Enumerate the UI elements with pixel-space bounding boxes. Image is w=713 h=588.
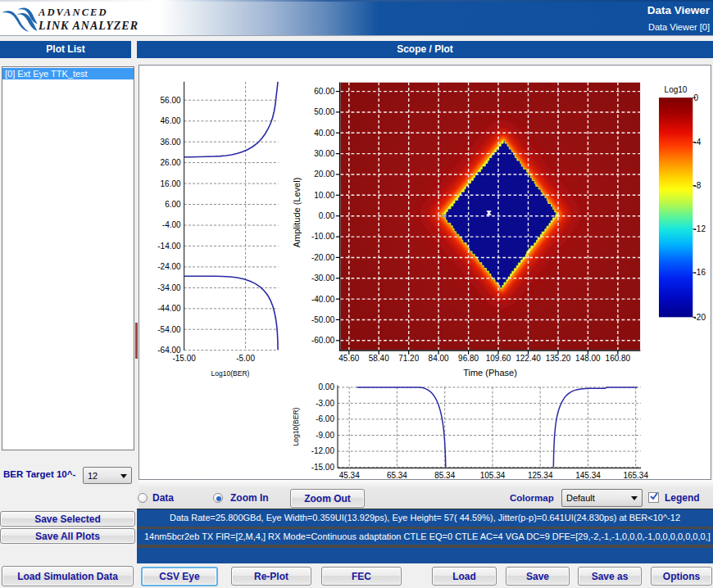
svg-text:46.00: 46.00 xyxy=(161,116,181,125)
svg-text:Log10: Log10 xyxy=(665,85,688,94)
svg-text:36.00: 36.00 xyxy=(161,138,181,147)
svg-text:-4.00: -4.00 xyxy=(162,220,181,229)
svg-text:50.00: 50.00 xyxy=(314,107,334,116)
svg-text:-24.00: -24.00 xyxy=(157,262,181,271)
svg-text:105.34: 105.34 xyxy=(480,471,506,479)
svg-text:-8: -8 xyxy=(694,181,702,190)
svg-text:-5.00: -5.00 xyxy=(236,354,255,363)
svg-text:Amplitude (Level): Amplitude (Level) xyxy=(292,178,302,248)
svg-text:-14.00: -14.00 xyxy=(157,242,181,251)
svg-text:45.34: 45.34 xyxy=(339,471,360,479)
svg-text:0.00: 0.00 xyxy=(319,382,335,391)
svg-text:71.20: 71.20 xyxy=(398,354,419,363)
svg-text:-4: -4 xyxy=(694,138,702,147)
svg-text:122.40: 122.40 xyxy=(515,354,541,363)
svg-text:-15.00: -15.00 xyxy=(311,463,335,472)
svg-text:84.00: 84.00 xyxy=(429,354,449,363)
svg-text:6.00: 6.00 xyxy=(165,200,181,209)
svg-text:148.00: 148.00 xyxy=(575,354,601,363)
svg-text:-60.00: -60.00 xyxy=(311,336,335,345)
svg-text:-44.00: -44.00 xyxy=(157,304,181,313)
svg-text:0: 0 xyxy=(694,93,699,102)
svg-text:-40.00: -40.00 xyxy=(311,295,335,304)
svg-text:60.00: 60.00 xyxy=(314,87,334,96)
svg-text:16.00: 16.00 xyxy=(161,179,181,188)
svg-text:65.34: 65.34 xyxy=(387,471,407,479)
svg-text:-10.00: -10.00 xyxy=(311,232,335,241)
svg-text:-6.00: -6.00 xyxy=(316,414,334,423)
svg-text:30.00: 30.00 xyxy=(314,149,334,158)
svg-text:-9.00: -9.00 xyxy=(316,431,334,440)
svg-text:Log10(BER): Log10(BER) xyxy=(211,369,250,378)
svg-text:0.00: 0.00 xyxy=(319,211,335,220)
svg-text:-16: -16 xyxy=(694,268,706,277)
svg-text:-12.00: -12.00 xyxy=(311,446,335,455)
svg-text:160.80: 160.80 xyxy=(606,354,631,363)
svg-text:145.34: 145.34 xyxy=(575,471,601,479)
svg-text:40.00: 40.00 xyxy=(314,129,334,138)
svg-text:45.60: 45.60 xyxy=(338,354,359,363)
svg-text:-15.00: -15.00 xyxy=(172,354,196,363)
svg-text:-34.00: -34.00 xyxy=(157,283,181,292)
svg-text:135.20: 135.20 xyxy=(546,354,571,363)
svg-text:96.80: 96.80 xyxy=(458,354,479,363)
svg-text:-20: -20 xyxy=(694,313,706,322)
svg-text:-50.00: -50.00 xyxy=(311,315,335,324)
svg-text:125.34: 125.34 xyxy=(528,471,553,479)
svg-text:85.34: 85.34 xyxy=(434,471,455,479)
svg-text:109.60: 109.60 xyxy=(486,354,511,363)
svg-text:-3.00: -3.00 xyxy=(316,399,334,408)
svg-text:-20.00: -20.00 xyxy=(311,253,335,262)
svg-text:165.34: 165.34 xyxy=(623,471,648,479)
svg-text:Log10(BER): Log10(BER) xyxy=(292,407,300,446)
svg-text:-54.00: -54.00 xyxy=(157,325,181,334)
svg-text:20.00: 20.00 xyxy=(314,170,334,179)
svg-text:56.00: 56.00 xyxy=(161,96,181,105)
svg-text:26.00: 26.00 xyxy=(161,158,181,167)
svg-text:-12: -12 xyxy=(694,224,706,233)
svg-text:-30.00: -30.00 xyxy=(311,274,335,283)
svg-text:Time (Phase): Time (Phase) xyxy=(463,368,517,378)
svg-text:58.40: 58.40 xyxy=(369,354,389,363)
svg-text:10.00: 10.00 xyxy=(314,191,334,200)
